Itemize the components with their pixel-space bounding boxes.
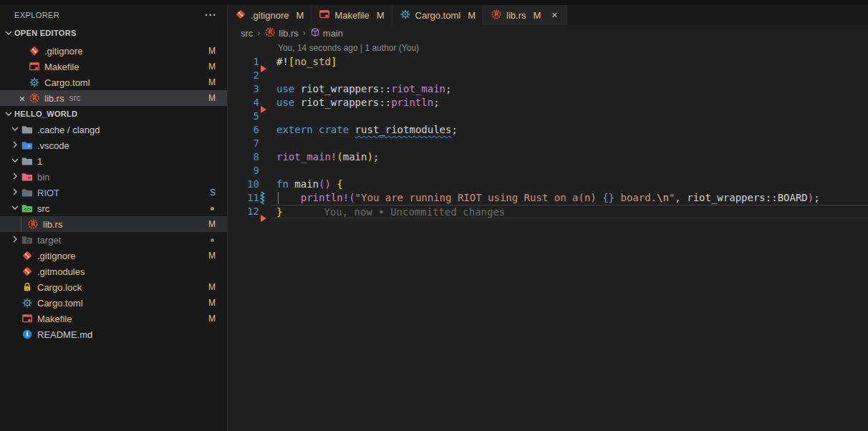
tab-modified-badge: M	[468, 10, 476, 21]
git-deleted-lines-marker[interactable]	[261, 106, 266, 113]
editor-group: .gitignore M Makefile M Cargo.toml M R l…	[228, 5, 868, 431]
inline-git-blame: You, now • Uncommitted changes	[324, 206, 505, 218]
gutter-decorations[interactable]	[259, 82, 271, 96]
code-token: ()	[319, 178, 331, 190]
gutter-decorations[interactable]	[259, 96, 271, 110]
gutter-decorations[interactable]	[259, 137, 271, 150]
code-line-4[interactable]: 4 use riot_wrappers::println;	[228, 96, 868, 110]
breadcrumb-item-main[interactable]: main	[310, 27, 343, 39]
code-token: board.	[614, 192, 657, 203]
rust-icon: R	[491, 9, 502, 22]
file-name: README.md	[37, 329, 92, 340]
tree-item-src[interactable]: </> src	[0, 200, 227, 216]
more-actions-icon[interactable]: ···	[205, 9, 217, 21]
line-number[interactable]: 12	[228, 205, 259, 218]
gutter-decorations[interactable]	[259, 205, 271, 218]
gutter-decorations[interactable]	[259, 123, 271, 137]
workspace-header[interactable]: HELLO_WORLD	[0, 106, 227, 122]
svg-text:R: R	[268, 29, 272, 36]
code-line-11[interactable]: 11 println!("You are running RIOT using …	[228, 191, 868, 205]
line-number[interactable]: 7	[228, 137, 259, 150]
tree-item-.gitignore[interactable]: .gitignore M	[0, 248, 227, 263]
tab-label: .gitignore	[251, 10, 289, 21]
tree-item-target[interactable]: target	[0, 232, 227, 248]
code-token: ,	[675, 192, 680, 203]
gutter-decorations[interactable]	[259, 55, 271, 69]
tree-item-Makefile[interactable]: Makefile M	[0, 311, 227, 326]
tab-lib.rs[interactable]: R lib.rs M ×	[483, 5, 567, 25]
line-number[interactable]: 5	[228, 110, 259, 123]
git-status-badge: M	[208, 251, 216, 261]
code-line-3[interactable]: 3 use riot_wrappers::riot_main;	[228, 82, 868, 96]
section-label: HELLO_WORLD	[14, 110, 77, 118]
code-editor[interactable]: 1 #![no_std] 2 3 use riot_wrappers::riot…	[228, 55, 868, 431]
breadcrumb-item-lib.rs[interactable]: Rlib.rs	[264, 26, 298, 40]
line-number[interactable]: 2	[228, 69, 259, 82]
code-token: (	[337, 151, 342, 163]
code-line-6[interactable]: 6 extern crate rust_riotmodules;	[228, 123, 868, 137]
code-line-2[interactable]: 2	[228, 69, 868, 82]
gutter-decorations[interactable]	[259, 164, 271, 178]
chevron-right-icon	[9, 186, 21, 200]
tree-item-.vscode[interactable]: .vscode	[0, 137, 227, 153]
git-status-badge: M	[208, 77, 216, 87]
line-number[interactable]: 10	[228, 178, 259, 191]
tab-Makefile[interactable]: Makefile M	[312, 5, 392, 25]
code-line-5[interactable]: 5	[228, 110, 868, 123]
line-number[interactable]: 6	[228, 123, 259, 137]
gutter-decorations[interactable]	[259, 150, 271, 164]
git-deleted-lines-marker[interactable]	[261, 215, 266, 222]
tree-item-RIOT[interactable]: RIOT S	[0, 185, 227, 200]
file-name: Makefile	[44, 62, 79, 72]
git-status-badge: M	[208, 62, 216, 72]
line-number[interactable]: 9	[228, 164, 259, 178]
tree-item-README.md[interactable]: i README.md	[0, 326, 227, 342]
line-number[interactable]: 1	[228, 55, 259, 69]
tab-.gitignore[interactable]: .gitignore M	[228, 5, 312, 25]
git-status-badge: M	[208, 93, 216, 103]
close-editor-icon[interactable]: ×	[19, 93, 26, 104]
title-bar-strip	[0, 0, 868, 5]
line-number[interactable]: 8	[228, 150, 259, 164]
code-line-7[interactable]: 7	[228, 137, 868, 150]
section-label: OPEN EDITORS	[14, 29, 77, 37]
tree-item-bin[interactable]: bin	[0, 169, 227, 185]
git-deleted-lines-marker[interactable]	[261, 65, 266, 72]
workspace-tree-section: HELLO_WORLD .cache / clangd .vscode 1 bi…	[0, 106, 227, 342]
code-line-10[interactable]: 10 fn main() {	[228, 178, 868, 191]
folder-src-icon: </>	[21, 203, 33, 214]
open-editor-item-lib.rs[interactable]: × R lib.rs src M	[0, 90, 227, 106]
open-editor-item-Makefile[interactable]: Makefile M	[0, 59, 227, 74]
close-tab-icon[interactable]: ×	[549, 9, 559, 21]
line-number[interactable]: 11	[228, 191, 259, 205]
code-line-8[interactable]: 8 riot_main!(main);	[228, 150, 868, 164]
info-icon: i	[21, 329, 33, 340]
tree-item-.gitmodules[interactable]: .gitmodules	[0, 263, 227, 279]
line-number[interactable]: 4	[228, 96, 259, 110]
open-editor-item-.gitignore[interactable]: .gitignore M	[0, 43, 227, 59]
open-editor-item-Cargo.toml[interactable]: Cargo.toml M	[0, 74, 227, 90]
code-token: println!	[301, 192, 349, 203]
gutter-decorations[interactable]	[259, 191, 271, 205]
breadcrumb-item-src[interactable]: src	[241, 28, 253, 39]
code-token: main	[294, 178, 319, 190]
code-line-12[interactable]: 12 }You, now • Uncommitted changes	[228, 205, 868, 218]
tab-label: Cargo.toml	[415, 10, 461, 21]
git-icon	[21, 250, 33, 261]
gutter-decorations[interactable]	[259, 178, 271, 191]
tree-item-.cache / clangd[interactable]: .cache / clangd	[0, 122, 227, 137]
tree-item-Cargo.toml[interactable]: Cargo.toml M	[0, 295, 227, 311]
git-modified-gutter-icon[interactable]	[259, 191, 266, 205]
cargo-gear-icon	[400, 9, 411, 22]
tree-item-1[interactable]: 1	[0, 153, 227, 169]
code-token: main	[343, 151, 367, 163]
code-line-1[interactable]: 1 #![no_std]	[228, 55, 868, 69]
tree-item-Cargo.lock[interactable]: Cargo.lock M	[0, 279, 227, 295]
tree-item-lib.rs[interactable]: R lib.rs M	[0, 216, 227, 232]
code-line-9[interactable]: 9	[228, 164, 868, 178]
folder-name: .vscode	[37, 140, 69, 151]
makefile-icon	[319, 9, 330, 22]
tab-Cargo.toml[interactable]: Cargo.toml M	[392, 5, 483, 25]
open-editors-header[interactable]: OPEN EDITORS	[0, 25, 227, 41]
line-number[interactable]: 3	[228, 82, 259, 96]
